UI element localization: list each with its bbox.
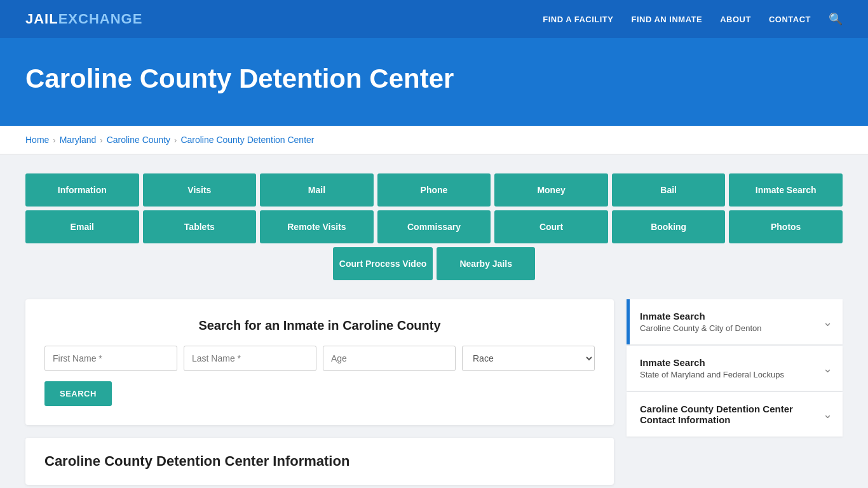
sidebar-item-subtitle-1: Caroline County & City of Denton <box>640 323 761 333</box>
sidebar: Inmate Search Caroline County & City of … <box>627 299 843 437</box>
last-name-input[interactable] <box>184 346 316 371</box>
hero-section: Caroline County Detention Center <box>0 38 868 126</box>
tab-mail[interactable]: Mail <box>260 173 374 207</box>
tabs-row-1: Information Visits Mail Phone Money Bail… <box>25 173 843 207</box>
nav-about[interactable]: ABOUT <box>720 15 751 24</box>
tab-tablets[interactable]: Tablets <box>143 210 257 243</box>
main-content: Information Visits Mail Phone Money Bail… <box>0 154 868 488</box>
breadcrumb-sep-3: › <box>174 135 177 145</box>
sidebar-item-title-3: Caroline County Detention Center Contact… <box>640 403 823 425</box>
sidebar-item-inmate-search-state[interactable]: Inmate Search State of Maryland and Fede… <box>627 346 843 391</box>
sidebar-item-subtitle-2: State of Maryland and Federal Lockups <box>640 370 784 379</box>
breadcrumb-sep-1: › <box>53 135 55 145</box>
breadcrumb-home[interactable]: Home <box>25 135 49 145</box>
tabs-row-2: Email Tablets Remote Visits Commissary C… <box>25 210 843 243</box>
tab-court[interactable]: Court <box>494 210 608 243</box>
chevron-down-icon-2: ⌄ <box>823 362 832 376</box>
sidebar-item-inmate-search-county[interactable]: Inmate Search Caroline County & City of … <box>627 299 843 344</box>
site-header: JAILEXCHANGE FIND A FACILITY FIND AN INM… <box>0 0 868 38</box>
breadcrumb-current[interactable]: Caroline County Detention Center <box>180 135 314 145</box>
site-logo[interactable]: JAILEXCHANGE <box>25 11 142 27</box>
tab-inmate-search[interactable]: Inmate Search <box>729 173 843 207</box>
tab-booking[interactable]: Booking <box>612 210 726 243</box>
content-row: Search for an Inmate in Caroline County … <box>25 299 843 485</box>
main-nav: FIND A FACILITY FIND AN INMATE ABOUT CON… <box>543 12 843 26</box>
sidebar-item-text-1: Inmate Search Caroline County & City of … <box>640 311 761 333</box>
search-fields: Race White Black Hispanic Asian Other <box>44 346 595 371</box>
nav-find-facility[interactable]: FIND A FACILITY <box>543 15 613 24</box>
sidebar-item-text-3: Caroline County Detention Center Contact… <box>640 403 823 425</box>
sidebar-item-title-2: Inmate Search <box>640 357 784 368</box>
sidebar-item-text-2: Inmate Search State of Maryland and Fede… <box>640 357 784 379</box>
breadcrumb: Home › Maryland › Caroline County › Caro… <box>0 126 868 154</box>
inmate-search-card: Search for an Inmate in Caroline County … <box>25 299 614 425</box>
age-input[interactable] <box>323 346 456 371</box>
tab-photos[interactable]: Photos <box>729 210 843 243</box>
search-heading: Search for an Inmate in Caroline County <box>44 318 595 333</box>
sidebar-item-contact-info[interactable]: Caroline County Detention Center Contact… <box>627 392 843 437</box>
main-column: Search for an Inmate in Caroline County … <box>25 299 614 485</box>
logo-jail: JAIL <box>25 11 58 27</box>
tab-visits[interactable]: Visits <box>143 173 257 207</box>
tab-commissary[interactable]: Commissary <box>377 210 491 243</box>
info-section: Caroline County Detention Center Informa… <box>25 438 614 485</box>
header-search-button[interactable]: 🔍 <box>829 12 843 26</box>
tab-information[interactable]: Information <box>25 173 139 207</box>
breadcrumb-caroline-county[interactable]: Caroline County <box>107 135 170 145</box>
tab-court-process-video[interactable]: Court Process Video <box>333 247 433 280</box>
tab-nearby-jails[interactable]: Nearby Jails <box>437 247 535 280</box>
nav-find-inmate[interactable]: FIND AN INMATE <box>631 15 702 24</box>
search-button[interactable]: SEARCH <box>44 381 112 406</box>
nav-contact[interactable]: CONTACT <box>769 15 811 24</box>
breadcrumb-maryland[interactable]: Maryland <box>60 135 97 145</box>
sidebar-item-title-1: Inmate Search <box>640 311 761 322</box>
tab-email[interactable]: Email <box>25 210 139 243</box>
page-title: Caroline County Detention Center <box>25 64 843 94</box>
race-select[interactable]: Race White Black Hispanic Asian Other <box>462 346 595 371</box>
first-name-input[interactable] <box>44 346 177 371</box>
chevron-down-icon-3: ⌄ <box>823 407 832 421</box>
tab-bail[interactable]: Bail <box>612 173 726 207</box>
info-heading: Caroline County Detention Center Informa… <box>44 453 595 470</box>
tab-money[interactable]: Money <box>494 173 608 207</box>
breadcrumb-sep-2: › <box>100 135 102 145</box>
tab-remote-visits[interactable]: Remote Visits <box>260 210 374 243</box>
tabs-row-3: Court Process Video Nearby Jails <box>25 247 843 280</box>
chevron-down-icon-1: ⌄ <box>823 315 832 329</box>
logo-exchange: EXCHANGE <box>58 11 143 27</box>
tab-phone[interactable]: Phone <box>377 173 491 207</box>
